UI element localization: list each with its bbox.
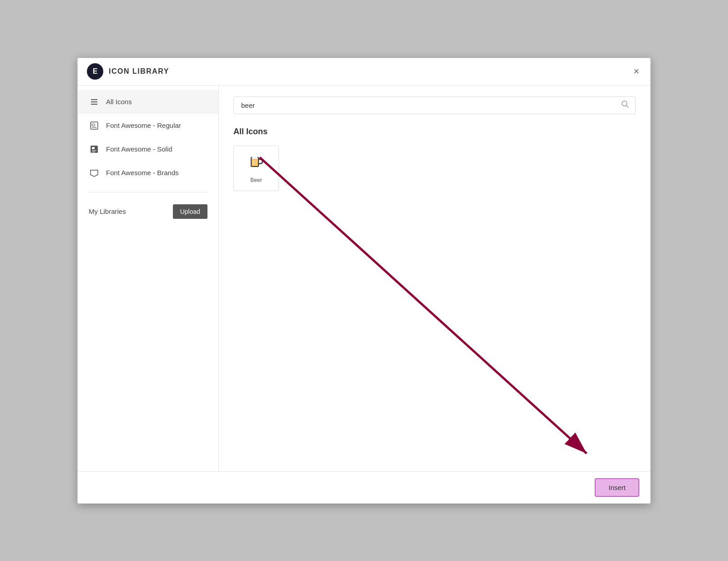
- svg-marker-10: [91, 170, 98, 177]
- svg-line-12: [627, 106, 629, 108]
- all-icons-icon: [89, 96, 100, 107]
- fa-regular-icon: [89, 120, 100, 131]
- sidebar-all-icons-label: All Icons: [106, 98, 132, 106]
- icon-library-dialog: E ICON LIBRARY × All Icons: [77, 58, 651, 504]
- beer-icon-label: Beer: [250, 177, 262, 183]
- fa-brands-icon: [89, 167, 100, 178]
- sidebar-item-fa-regular[interactable]: Font Awesome - Regular: [78, 114, 218, 137]
- dialog-title: ICON LIBRARY: [109, 67, 169, 76]
- dialog-footer: Insert: [78, 471, 650, 503]
- my-libraries-section: My Libraries Upload: [78, 200, 218, 223]
- svg-rect-3: [91, 122, 98, 129]
- beer-icon-symbol: [248, 153, 264, 173]
- dialog-body: All Icons Font Awesome - Regular: [78, 86, 650, 471]
- insert-button[interactable]: Insert: [595, 478, 639, 497]
- section-title: All Icons: [233, 127, 636, 136]
- search-input[interactable]: [233, 96, 636, 114]
- sidebar-fa-solid-label: Font Awesome - Solid: [106, 145, 172, 153]
- elementor-logo: E: [87, 63, 103, 80]
- annotation-arrow: [219, 86, 650, 471]
- close-button[interactable]: ×: [632, 65, 641, 78]
- icons-grid: Beer: [233, 146, 636, 191]
- sidebar-item-all-icons[interactable]: All Icons: [78, 90, 218, 114]
- search-bar: [233, 96, 636, 114]
- upload-button[interactable]: Upload: [173, 204, 207, 219]
- sidebar-divider: [89, 192, 207, 192]
- sidebar-item-fa-brands[interactable]: Font Awesome - Brands: [78, 161, 218, 185]
- sidebar-item-fa-solid[interactable]: Font Awesome - Solid: [78, 137, 218, 161]
- svg-point-17: [256, 157, 258, 159]
- main-content: All Icons: [219, 86, 650, 471]
- svg-line-22: [260, 157, 586, 453]
- title-group: E ICON LIBRARY: [87, 63, 169, 80]
- svg-rect-4: [92, 124, 95, 126]
- svg-rect-18: [252, 159, 258, 166]
- fa-solid-icon: [89, 144, 100, 155]
- sidebar-fa-regular-label: Font Awesome - Regular: [106, 121, 181, 129]
- svg-rect-7: [92, 147, 95, 149]
- sidebar-fa-brands-label: Font Awesome - Brands: [106, 169, 179, 177]
- sidebar: All Icons Font Awesome - Regular: [78, 86, 219, 471]
- search-icon: [621, 100, 629, 110]
- my-libraries-label: My Libraries: [89, 207, 126, 215]
- icon-card-beer[interactable]: Beer: [233, 146, 279, 191]
- dialog-header: E ICON LIBRARY ×: [78, 58, 650, 86]
